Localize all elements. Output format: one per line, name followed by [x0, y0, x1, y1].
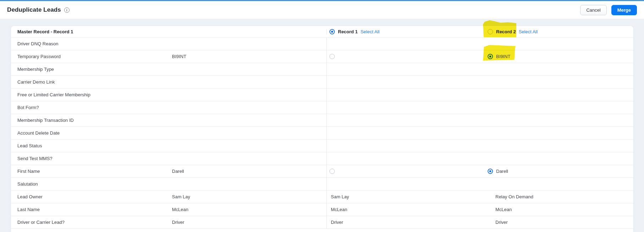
table-row: Free or Limited Carrier Membership — [11, 89, 633, 101]
record2-cell — [488, 89, 633, 101]
master-value-cell — [172, 127, 326, 139]
title-wrap: Deduplicate Leads i — [7, 6, 70, 13]
field-label-cell: Driver or Carrier Lead? — [11, 216, 172, 228]
master-value-cell — [172, 114, 326, 126]
record2-cell — [488, 38, 633, 50]
field-label-cell: Account Delete Date — [11, 127, 172, 139]
record2-radio[interactable] — [488, 169, 493, 174]
record1-cell: McLean — [326, 203, 488, 216]
record2-cell: Darell — [488, 165, 633, 177]
record1-cell — [326, 38, 488, 50]
record2-select-all-link[interactable]: Select All — [519, 29, 538, 34]
record1-radio[interactable] — [329, 169, 335, 174]
record2-value: Driver — [495, 220, 508, 225]
record1-cell — [326, 76, 488, 88]
page-header: Deduplicate Leads i Cancel Merge — [0, 1, 644, 19]
record1-cell — [326, 89, 488, 101]
record1-header-label: Record 1 — [338, 29, 358, 34]
record2-value: Darell — [496, 169, 508, 174]
master-value-cell — [172, 101, 326, 114]
info-icon[interactable]: i — [64, 7, 70, 13]
table-row: Bot Form? — [11, 101, 633, 114]
field-label-cell: Driver DNQ Reason — [11, 38, 172, 50]
record1-cell — [326, 114, 488, 126]
master-value-cell — [172, 89, 326, 101]
table-row: Temporary Password BI9INT BI9INT — [11, 50, 633, 63]
table-row: Carrier Demo Link — [11, 76, 633, 89]
record1-cell: Driver — [326, 216, 488, 228]
master-value: BI9INT — [172, 54, 186, 59]
master-value-cell: McLean — [172, 203, 326, 216]
record2-header: Record 2 Select All — [488, 29, 633, 34]
field-label: Free or Limited Carrier Membership — [17, 92, 90, 97]
master-value-cell: Driver — [172, 216, 326, 228]
deduplicate-table: Master Record - Record 1 Record 1 Select… — [11, 26, 634, 232]
master-value-cell — [172, 152, 326, 165]
record2-value: BI9INT — [496, 54, 510, 59]
master-record-header: Master Record - Record 1 — [11, 26, 326, 37]
record1-cell — [326, 50, 488, 63]
master-value-cell — [172, 38, 326, 50]
record2-cell: Relay On Demand — [488, 191, 633, 203]
partial-next-row — [11, 229, 633, 232]
table-row: Membership Transaction ID — [11, 114, 633, 127]
table-body: Driver DNQ Reason Temporary Password BI9… — [11, 38, 633, 229]
record2-cell — [488, 127, 633, 139]
table-row: Lead Owner Sam Lay Sam Lay Relay On Dema… — [11, 191, 633, 203]
header-actions: Cancel Merge — [580, 5, 637, 15]
field-label-cell: Free or Limited Carrier Membership — [11, 89, 172, 101]
record1-value: Driver — [331, 220, 343, 225]
record1-select-all-link[interactable]: Select All — [361, 29, 379, 34]
master-value: Sam Lay — [172, 194, 190, 199]
field-label-cell: Membership Transaction ID — [11, 114, 172, 126]
record1-cell — [326, 140, 488, 152]
record1-value: Sam Lay — [331, 194, 349, 199]
record2-cell: BI9INT — [488, 50, 633, 63]
record2-cell — [488, 63, 633, 75]
record2-cell: Driver — [488, 216, 633, 228]
master-value-cell: BI9INT — [172, 50, 326, 63]
table-row: Account Delete Date — [11, 127, 633, 140]
field-label: First Name — [17, 169, 40, 174]
master-value-cell: Darell — [172, 165, 326, 177]
master-value-cell — [172, 76, 326, 88]
master-value-cell — [172, 63, 326, 75]
field-label: Salutation — [17, 181, 38, 187]
record2-radio[interactable] — [488, 54, 493, 59]
record1-cell — [326, 165, 488, 177]
record1-radio[interactable] — [329, 54, 335, 59]
table-row: Send Test MMS? — [11, 152, 633, 165]
record1-select-all-radio[interactable] — [329, 29, 335, 34]
record2-cell — [488, 178, 633, 190]
table-row: Driver DNQ Reason — [11, 38, 633, 50]
field-label: Bot Form? — [17, 105, 39, 110]
field-label-cell: Bot Form? — [11, 101, 172, 114]
cancel-button[interactable]: Cancel — [580, 5, 606, 15]
merge-button[interactable]: Merge — [611, 5, 637, 15]
master-value: Driver — [172, 220, 184, 225]
field-label-cell: Lead Owner — [11, 191, 172, 203]
table-header-row: Master Record - Record 1 Record 1 Select… — [11, 26, 633, 38]
record1-cell — [326, 178, 488, 190]
record1-value: McLean — [331, 207, 347, 212]
field-label: Lead Owner — [17, 194, 43, 199]
master-value-cell: Sam Lay — [172, 191, 326, 203]
field-label-cell: Send Test MMS? — [11, 152, 172, 165]
field-label: Last Name — [17, 207, 40, 212]
field-label: Temporary Password — [17, 54, 61, 59]
table-row: Last Name McLean McLean McLean — [11, 203, 633, 216]
master-value: Darell — [172, 169, 184, 174]
record1-cell: Sam Lay — [326, 191, 488, 203]
record2-select-all-radio[interactable] — [488, 29, 493, 34]
field-label: Membership Transaction ID — [17, 118, 74, 123]
field-label-cell: Last Name — [11, 203, 172, 216]
field-label-cell: Membership Type — [11, 63, 172, 75]
master-record-header-label: Master Record - Record 1 — [17, 29, 73, 34]
field-label: Lead Status — [17, 143, 42, 148]
master-value: McLean — [172, 207, 188, 212]
content-area: Master Record - Record 1 Record 1 Select… — [0, 19, 644, 232]
field-label: Membership Type — [17, 67, 54, 72]
field-label-cell: Carrier Demo Link — [11, 76, 172, 88]
field-label-cell: Lead Status — [11, 140, 172, 152]
table-row: Lead Status — [11, 140, 633, 152]
